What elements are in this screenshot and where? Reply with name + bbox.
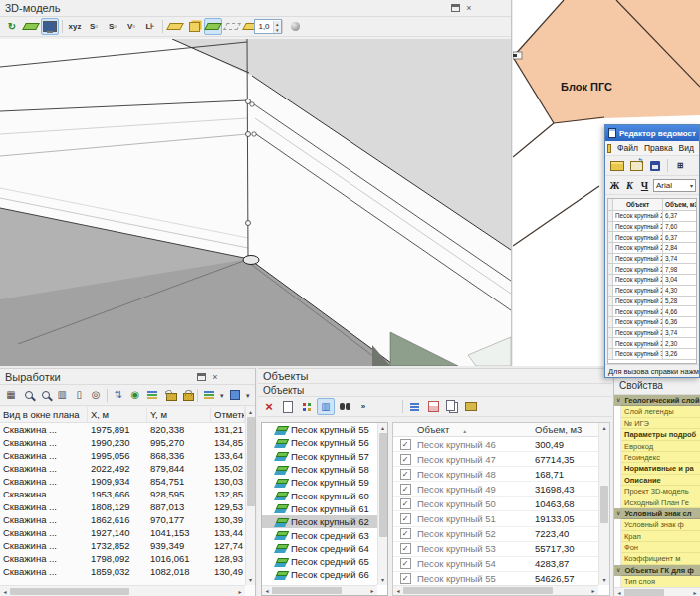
row-checkbox[interactable] — [400, 439, 411, 450]
prop-3d-project[interactable]: ∨ Проект 3D-модель — [614, 486, 700, 497]
borehole-row[interactable]: Скважина ... 1909,934 854,751 130,03 — [0, 475, 245, 488]
borehole-row[interactable]: Скважина ... 1995,056 868,336 133,64 — [0, 449, 245, 462]
scroll-thumb[interactable] — [379, 433, 387, 537]
slab-icon[interactable] — [166, 18, 184, 35]
row-checkbox[interactable] — [400, 498, 411, 509]
list-item[interactable]: Песок крупный 58 — [262, 463, 377, 476]
list-item[interactable]: Песок крупный 56 — [262, 436, 377, 449]
scroll-thumb[interactable] — [247, 417, 255, 506]
row-checkbox[interactable] — [400, 558, 411, 569]
scroll-thumb[interactable] — [10, 588, 129, 595]
scroll-right-icon[interactable]: ▸ — [588, 587, 598, 594]
separator[interactable] — [60, 19, 65, 35]
scroll-thumb[interactable] — [272, 587, 342, 594]
prop-section-symbol[interactable]: ∨ Условный знак сл — [614, 508, 700, 519]
scroll-left-icon[interactable]: ◂ — [262, 587, 272, 594]
col-y[interactable]: Y, м — [147, 407, 211, 422]
editor-titlebar[interactable]: Редактор ведомостей - — [605, 125, 699, 141]
new-folder-icon[interactable] — [627, 157, 645, 174]
row-checkbox[interactable] — [400, 484, 411, 495]
scroll-up-icon[interactable]: ▴ — [381, 423, 384, 433]
table-row[interactable]: Песок крупный 2 6,36 — [608, 317, 696, 328]
objects-table-hscrollbar[interactable]: ◂ ▸ — [393, 585, 598, 595]
table-row[interactable]: Песок крупный 2 6,37 — [608, 232, 696, 243]
prop-normative[interactable]: ∨ Нормативные и ра — [614, 463, 700, 474]
prop-geoindex[interactable]: ∨ Геоиндекс — [614, 452, 700, 463]
borehole-row[interactable]: Скважина ... 1732,852 939,349 127,74 — [0, 539, 245, 552]
separator[interactable] — [105, 387, 110, 403]
vyrabotki-vscrollbar[interactable]: ▴ ▾ — [245, 407, 255, 585]
zoom-spinner[interactable]: 1,0 ▴▾ — [254, 19, 282, 34]
list-item[interactable]: Песок средний 63 — [262, 528, 377, 541]
list-item[interactable]: Песок крупный 55 — [262, 423, 377, 436]
scroll-right-icon[interactable]: ▸ — [690, 589, 700, 596]
col-volume[interactable]: Объем, м3 — [535, 424, 598, 435]
active-layer-icon[interactable] — [204, 18, 222, 35]
prop-section-geological-layer[interactable]: ∨ Геологический слой — [614, 395, 700, 406]
row-checkbox[interactable] — [400, 469, 411, 480]
export-box-icon[interactable] — [462, 398, 480, 415]
borehole-row[interactable]: Скважина ... 1975,891 820,338 131,21 — [0, 423, 245, 436]
menu-item[interactable]: Правка — [641, 142, 676, 154]
object-row[interactable]: Песок крупный 53 55717,30 — [393, 542, 598, 557]
col-x[interactable]: X, м — [88, 407, 147, 422]
properties-hscrollbar[interactable]: ◂ ▸ — [614, 587, 700, 596]
borehole-column-icon[interactable]: ▯ — [71, 387, 87, 404]
plan-view-icon[interactable]: ▦ — [3, 387, 19, 404]
object-row[interactable]: Песок крупный 52 7223,40 — [393, 527, 598, 542]
table-row[interactable]: Песок крупный 2 3,74 — [608, 328, 696, 339]
col-plan-view[interactable]: Вид в окне плана — [0, 407, 88, 422]
table-row[interactable]: Песок крупный 2 3,04 — [608, 275, 696, 286]
objects-list-vscrollbar[interactable]: ▴ ▾ — [377, 423, 387, 585]
scroll-up-icon[interactable]: ▴ — [249, 407, 252, 417]
color-swatch-icon[interactable] — [227, 387, 243, 404]
object-row[interactable]: Песок крупный 50 10463,68 — [393, 497, 598, 511]
scroll-left-icon[interactable]: ◂ — [393, 587, 403, 594]
table-row[interactable]: Песок крупный 2 7,60 — [608, 222, 696, 233]
list-item[interactable]: Песок крупный 59 — [262, 476, 377, 489]
xyz-point-icon[interactable]: xyz — [66, 18, 84, 35]
move-points-icon[interactable]: ⇅ — [111, 387, 126, 404]
borehole-row[interactable]: Скважина ... 1953,666 928,595 132,85 — [0, 488, 245, 500]
scroll-left-icon[interactable]: ◂ — [614, 589, 624, 596]
slab-outline-icon[interactable] — [223, 18, 241, 35]
borehole-row[interactable]: Скважина ... 1859,032 1082,018 130,49 — [0, 565, 245, 578]
open-folder-icon[interactable] — [608, 157, 626, 174]
list-style-icon[interactable] — [201, 387, 217, 404]
columns-icon[interactable]: ▥ — [317, 398, 335, 415]
length-icon[interactable]: L⊦ — [141, 18, 159, 35]
scroll-thumb[interactable] — [403, 587, 553, 594]
list-item[interactable]: Песок средний 65 — [262, 555, 377, 568]
list-item[interactable]: Песок средний 64 — [262, 542, 377, 555]
scroll-up-icon[interactable]: ▴ — [602, 423, 605, 433]
list-blue-icon[interactable] — [405, 398, 423, 415]
spinner-down-icon[interactable]: ▾ — [274, 27, 281, 33]
menu-item[interactable]: Файл — [614, 142, 641, 154]
borehole-row[interactable]: Скважина ... 1808,129 887,013 129,53 — [0, 500, 245, 513]
object-row[interactable]: Песок крупный 46 300,49 — [393, 437, 598, 452]
surface-square-icon[interactable]: S▫ — [104, 18, 121, 35]
italic-button[interactable]: К — [623, 180, 636, 191]
table-row[interactable]: Песок крупный 3 3,26 — [608, 349, 696, 360]
prop-layer-legend[interactable]: ∨ Слой легенды — [614, 406, 700, 417]
prop-section-gk-objects[interactable]: ∨ Объекты ГК для ф — [614, 565, 700, 576]
table-row[interactable]: Песок крупный 2 6,37 — [608, 211, 696, 222]
prop-detail-params[interactable]: ∨ Параметры подроб — [614, 429, 700, 440]
table-row[interactable]: Песок крупный 2 2,84 — [608, 243, 696, 254]
prop-symbol-fill[interactable]: ∨ Условный знак ф — [614, 519, 700, 530]
scroll-down-icon[interactable]: ▾ — [381, 575, 384, 585]
grid-red-icon[interactable] — [424, 398, 442, 415]
object-row[interactable]: Песок крупный 51 19133,05 — [393, 511, 598, 526]
3d-viewport-render[interactable] — [0, 39, 511, 366]
scroll-down-icon[interactable]: ▾ — [602, 575, 605, 585]
export-layer-icon[interactable] — [22, 18, 40, 35]
separator[interactable] — [195, 387, 200, 403]
table-row[interactable]: Песок крупный 2 2,30 — [608, 338, 696, 349]
list-item[interactable]: Песок крупный 57 — [262, 450, 377, 463]
tree-settings-icon[interactable] — [298, 398, 316, 415]
prop-coefficient[interactable]: ∨ Коэффициент м — [614, 553, 700, 564]
borehole-row[interactable]: Скважина ... 1798,092 1016,061 128,93 — [0, 552, 245, 565]
scroll-thumb[interactable] — [600, 486, 608, 523]
vyrabotki-pin-button[interactable] — [194, 371, 208, 383]
list-style-caret[interactable]: ▾ — [218, 387, 226, 404]
